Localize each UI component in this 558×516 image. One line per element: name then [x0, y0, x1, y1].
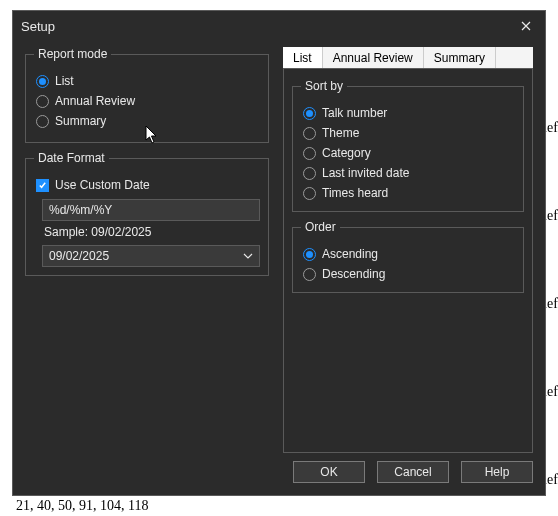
radio-label: Annual Review: [55, 94, 135, 108]
radio-category[interactable]: Category: [301, 143, 515, 163]
order-group: Order Ascending Descending: [292, 220, 524, 293]
radio-icon: [303, 147, 316, 160]
checkbox-label: Use Custom Date: [55, 178, 150, 192]
radio-icon: [303, 167, 316, 180]
radio-label: Ascending: [322, 247, 378, 261]
cancel-button[interactable]: Cancel: [377, 461, 449, 483]
date-pattern-input[interactable]: [42, 199, 260, 221]
tab-annual-review[interactable]: Annual Review: [323, 47, 424, 69]
radio-icon: [36, 115, 49, 128]
setup-dialog: Setup Report mode List Annual Review Sum…: [12, 10, 546, 496]
report-mode-legend: Report mode: [34, 47, 111, 61]
radio-icon: [36, 75, 49, 88]
radio-icon: [303, 107, 316, 120]
radio-label: Last invited date: [322, 166, 409, 180]
checkbox-icon: [36, 179, 49, 192]
radio-talk-number[interactable]: Talk number: [301, 103, 515, 123]
radio-label: Category: [322, 146, 371, 160]
radio-label: Times heard: [322, 186, 388, 200]
date-sample-label: Sample: 09/02/2025: [42, 221, 260, 245]
radio-theme[interactable]: Theme: [301, 123, 515, 143]
chevron-down-icon: [243, 249, 253, 263]
radio-icon: [303, 127, 316, 140]
date-picker-value: 09/02/2025: [49, 249, 109, 263]
report-mode-group: Report mode List Annual Review Summary: [25, 47, 269, 143]
sort-by-legend: Sort by: [301, 79, 347, 93]
radio-icon: [36, 95, 49, 108]
tab-panel-list: Sort by Talk number Theme Category: [283, 68, 533, 453]
radio-descending[interactable]: Descending: [301, 264, 515, 284]
radio-icon: [303, 268, 316, 281]
close-icon: [521, 21, 531, 31]
titlebar: Setup: [13, 11, 545, 41]
tabs: List Annual Review Summary: [283, 47, 533, 69]
ok-button[interactable]: OK: [293, 461, 365, 483]
radio-list[interactable]: List: [34, 71, 260, 91]
radio-times-heard[interactable]: Times heard: [301, 183, 515, 203]
date-format-legend: Date Format: [34, 151, 109, 165]
radio-label: List: [55, 74, 74, 88]
radio-ascending[interactable]: Ascending: [301, 244, 515, 264]
radio-icon: [303, 187, 316, 200]
sort-by-group: Sort by Talk number Theme Category: [292, 79, 524, 212]
dialog-buttons: OK Cancel Help: [13, 453, 545, 495]
radio-label: Descending: [322, 267, 385, 281]
tab-list[interactable]: List: [283, 47, 323, 69]
date-format-group: Date Format Use Custom Date Sample: 09/0…: [25, 151, 269, 276]
radio-last-invited[interactable]: Last invited date: [301, 163, 515, 183]
date-picker[interactable]: 09/02/2025: [42, 245, 260, 267]
radio-icon: [303, 248, 316, 261]
help-button[interactable]: Help: [461, 461, 533, 483]
radio-summary[interactable]: Summary: [34, 111, 260, 131]
use-custom-date-checkbox[interactable]: Use Custom Date: [34, 175, 260, 195]
tab-summary[interactable]: Summary: [424, 47, 496, 69]
radio-label: Talk number: [322, 106, 387, 120]
radio-annual-review[interactable]: Annual Review: [34, 91, 260, 111]
dialog-title: Setup: [21, 19, 55, 34]
close-button[interactable]: [515, 17, 537, 35]
background-text: 21, 40, 50, 91, 104, 118: [16, 498, 148, 514]
radio-label: Theme: [322, 126, 359, 140]
order-legend: Order: [301, 220, 340, 234]
radio-label: Summary: [55, 114, 106, 128]
